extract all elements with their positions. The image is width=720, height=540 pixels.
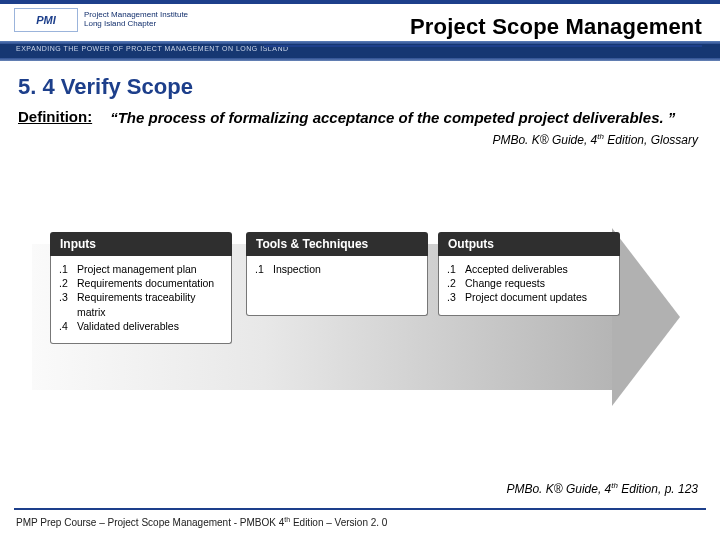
column-header-tools: Tools & Techniques [246,232,428,256]
slide-header: PMI Project Management Institute Long Is… [0,0,720,60]
section-heading: 5. 4 Verify Scope [18,74,720,100]
citation-top-prefix: PMBo. K® Guide, 4 [492,133,597,147]
item-num: .2 [447,276,465,290]
item-text: Change requests [465,276,611,290]
footer-suffix: Edition – Version 2. 0 [290,517,387,528]
item-num: .3 [59,290,77,318]
item-num: .1 [447,262,465,276]
footer-prefix: PMP Prep Course – Project Scope Manageme… [16,517,284,528]
item-text: Accepted deliverables [465,262,611,276]
item-num: .4 [59,319,77,333]
definition-row: Definition: “The process of formalizing … [18,108,706,128]
page-title: Project Scope Management [410,14,702,40]
citation-top-sup: th [597,132,604,141]
citation-top: PMBo. K® Guide, 4th Edition, Glossary [0,132,698,147]
column-body-inputs: .1Project management plan .2Requirements… [50,256,232,344]
list-item: .1Inspection [255,262,419,276]
logo-line2: Long Island Chapter [84,20,188,29]
column-body-outputs: .1Accepted deliverables .2Change request… [438,256,620,316]
item-num: .2 [59,276,77,290]
item-num: .1 [255,262,273,276]
definition-label: Definition: [18,108,92,128]
definition-text: “The process of formalizing acceptance o… [110,108,675,128]
footer-text: PMP Prep Course – Project Scope Manageme… [16,516,387,528]
list-item: .1Accepted deliverables [447,262,611,276]
item-text: Requirements traceability matrix [77,290,223,318]
item-text: Project document updates [465,290,611,304]
citation-bottom-sup: th [611,481,618,490]
pmi-logo-icon: PMI [14,8,78,32]
citation-bottom-suffix: Edition, p. 123 [618,482,698,496]
header-underline [264,45,702,47]
logo-block: PMI Project Management Institute Long Is… [14,8,264,32]
list-item: .2Requirements documentation [59,276,223,290]
citation-top-suffix: Edition, Glossary [604,133,698,147]
tagline-text: EXPANDING THE POWER OF PROJECT MANAGEMEN… [16,45,289,52]
item-num: .1 [59,262,77,276]
list-item: .1Project management plan [59,262,223,276]
citation-bottom-prefix: PMBo. K® Guide, 4 [506,482,611,496]
item-text: Requirements documentation [77,276,223,290]
footer-divider [14,508,706,510]
item-text: Project management plan [77,262,223,276]
column-inputs: Inputs .1Project management plan .2Requi… [50,232,232,344]
logo-text: Project Management Institute Long Island… [84,11,188,29]
list-item: .3Requirements traceability matrix [59,290,223,318]
column-outputs: Outputs .1Accepted deliverables .2Change… [438,232,620,316]
column-tools: Tools & Techniques .1Inspection [246,232,428,316]
column-header-outputs: Outputs [438,232,620,256]
list-item: .2Change requests [447,276,611,290]
item-num: .3 [447,290,465,304]
item-text: Inspection [273,262,419,276]
citation-bottom: PMBo. K® Guide, 4th Edition, p. 123 [506,481,698,496]
list-item: .4Validated deliverables [59,319,223,333]
column-header-inputs: Inputs [50,232,232,256]
column-body-tools: .1Inspection [246,256,428,316]
item-text: Validated deliverables [77,319,223,333]
process-arrow-diagram: Inputs .1Project management plan .2Requi… [32,232,688,402]
list-item: .3Project document updates [447,290,611,304]
arrow-head-icon [612,228,680,406]
